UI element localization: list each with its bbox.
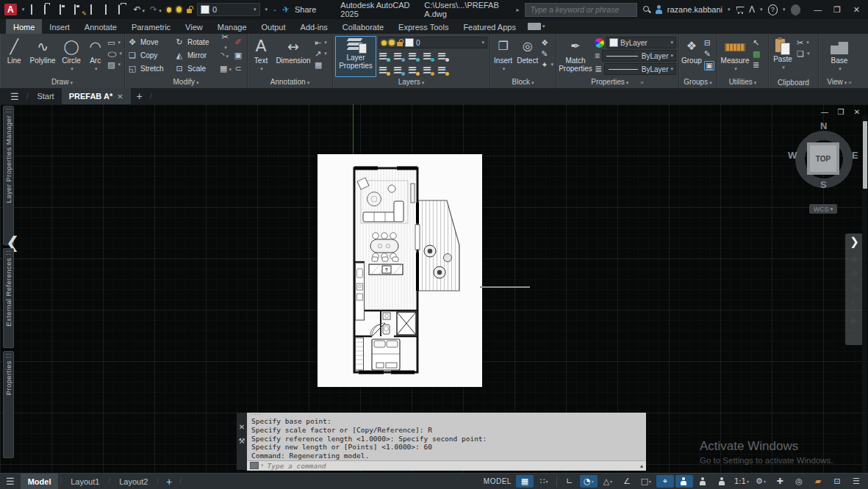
viewcube-west[interactable]: W — [788, 150, 797, 161]
layer-unisolate-button[interactable] — [393, 67, 403, 74]
help-menu-arrow-icon[interactable]: ▾ — [783, 7, 786, 12]
command-history[interactable]: Specify base point: Specify scale factor… — [247, 413, 646, 460]
layout-tab-layout1[interactable]: Layout1 — [63, 474, 107, 489]
scale-button[interactable]: Scale — [187, 65, 217, 73]
navigation-wheel-icon[interactable]: ◉ — [850, 254, 858, 263]
search-icon[interactable] — [642, 5, 650, 14]
snap-toggle[interactable]: ∷▾ — [535, 475, 553, 488]
drawing-canvas[interactable]: — ❐ ✕ N W E S TOP WCS ▾ Layer Properties… — [0, 104, 868, 473]
list-button[interactable]: ≣ — [753, 61, 760, 69]
arc-button[interactable]: ◠ Arc — [85, 36, 105, 77]
block-panel-label[interactable]: Block — [490, 77, 556, 88]
ribbon-display-options-button[interactable]: ▾ — [528, 19, 545, 34]
undo-button[interactable]: ↶ — [134, 4, 146, 15]
vertical-scrollbar[interactable] — [862, 116, 867, 473]
drawing-paper[interactable] — [318, 154, 482, 387]
ribbon-tab-manage[interactable]: Manage — [210, 19, 254, 34]
orbit-icon[interactable]: ↻ — [850, 300, 858, 309]
zoom-icon[interactable]: ⊕ — [850, 285, 858, 294]
help-button[interactable]: ? — [768, 4, 778, 15]
object-snap-tracking-toggle[interactable]: ∠ — [618, 475, 636, 488]
new-layout-button[interactable]: + — [160, 474, 178, 489]
lineweight-dropdown[interactable]: ByLayer ▾ — [602, 50, 676, 62]
hatch-button[interactable]: ▨ — [107, 61, 122, 69]
plot-button[interactable] — [118, 5, 128, 15]
layer-isolate-button[interactable] — [393, 53, 403, 60]
erase-button[interactable]: ✐ — [233, 37, 243, 47]
pan-icon[interactable]: ✥ — [850, 269, 858, 278]
ortho-toggle[interactable]: ∟ — [561, 475, 578, 488]
move-button[interactable]: Move — [140, 38, 171, 46]
layer-thaw-button[interactable] — [408, 67, 418, 74]
create-block-button[interactable]: ❖ — [541, 39, 553, 47]
wcs-dropdown[interactable]: WCS ▾ — [809, 204, 837, 214]
group-selection-toggle[interactable]: ▣ — [704, 61, 714, 70]
stretch-button[interactable]: Stretch — [140, 65, 171, 73]
command-options-icon[interactable] — [250, 462, 259, 469]
edit-block-button[interactable]: ✎ — [541, 50, 553, 58]
dynamic-input-toggle[interactable]: ⌖ — [656, 475, 674, 488]
new-drawing-tab-button[interactable]: + — [131, 88, 148, 104]
viewcube[interactable]: N W E S TOP — [789, 123, 859, 194]
window-restore-button[interactable]: ❐ — [830, 5, 844, 15]
qat-overflow-icon[interactable]: ⌄ — [273, 7, 277, 12]
open-from-mobile-button[interactable] — [89, 5, 98, 15]
clipboard-panel-label[interactable]: Clipboard — [769, 77, 818, 88]
isometric-drafting-toggle[interactable]: △▾ — [599, 475, 617, 488]
leader-button[interactable]: ↗ — [315, 50, 327, 58]
groups-panel-label[interactable]: Groups — [679, 77, 717, 88]
navigation-bar[interactable]: ❯ ◉ ✥ ⊕ ↻ ▶ — [845, 233, 864, 345]
layer-thaw-sun-icon[interactable] — [176, 7, 182, 12]
dimension-button[interactable]: ↔ Dimension — [274, 36, 312, 77]
viewcube-north[interactable]: N — [820, 120, 827, 131]
annotation-monitor-toggle[interactable]: ✚ — [771, 475, 789, 488]
share-plane-icon[interactable]: ✈ — [281, 4, 291, 15]
layers-panel-label[interactable]: Layers — [333, 77, 489, 88]
layer-lock-button[interactable] — [423, 53, 433, 60]
group-button[interactable]: ❖ Group — [681, 36, 702, 77]
insert-block-button[interactable]: ❐ Insert — [492, 36, 514, 77]
drawn-reference-line[interactable] — [480, 286, 530, 288]
base-button[interactable]: Base — [825, 36, 854, 77]
showmotion-icon[interactable]: ▶ — [851, 316, 858, 325]
search-box[interactable] — [525, 3, 637, 17]
text-button[interactable]: A Text — [250, 36, 272, 77]
save-to-mobile-button[interactable] — [104, 5, 113, 15]
layer-properties-button[interactable]: Layer Properties — [335, 36, 376, 77]
command-close-icon[interactable]: ✕ — [239, 423, 245, 431]
layer-unlock-icon[interactable] — [187, 9, 192, 13]
layer-dropdown-arrow-icon[interactable]: ▾ — [481, 40, 484, 46]
fillet-button[interactable]: ◝ — [220, 51, 230, 60]
viewcube-south[interactable]: S — [820, 179, 827, 190]
palette-grip-3[interactable] — [6, 354, 11, 358]
layer-dropdown[interactable]: 0 ▾ — [379, 37, 487, 48]
properties-panel-label[interactable]: Properties» — [556, 77, 678, 88]
ribbon-tab-parametric[interactable]: Parametric — [124, 19, 178, 34]
isolate-objects-button[interactable]: ◎ — [790, 475, 808, 488]
layer-off-button[interactable] — [379, 53, 389, 60]
command-line-window[interactable]: ✕ ⚒ Specify base point: Specify scale fa… — [237, 413, 646, 470]
detect-button[interactable]: ◎ Detect — [516, 36, 539, 77]
copy-button[interactable]: Copy — [140, 51, 171, 59]
annotation-visibility-toggle[interactable] — [675, 475, 693, 488]
quick-select-button[interactable]: ↖ — [753, 39, 760, 47]
tab-close-icon[interactable]: ✕ — [117, 93, 123, 101]
autodesk-mark-icon[interactable]: Λ — [749, 4, 755, 15]
mirror-button[interactable]: Mirror — [187, 51, 217, 59]
drawing-restore-button[interactable]: ❐ — [836, 108, 846, 116]
properties-expander-icon[interactable]: » — [640, 78, 643, 88]
cut-button[interactable]: ✂ — [797, 39, 809, 47]
notification-icon[interactable] — [791, 4, 800, 15]
customization-button[interactable]: ☰ — [847, 475, 865, 488]
navbar-expand-icon[interactable]: ❯ — [850, 236, 859, 247]
layer-on-bulb-icon[interactable] — [167, 7, 171, 12]
user-name[interactable]: razane.kabbani — [667, 5, 722, 14]
save-button[interactable] — [60, 5, 69, 15]
command-input-row[interactable]: ▾ ▴ — [247, 460, 646, 471]
command-input[interactable] — [266, 461, 638, 471]
window-minimize-button[interactable]: — — [811, 5, 825, 14]
model-space-label[interactable]: MODEL — [484, 477, 512, 485]
quick-calculator-button[interactable]: ▩ — [753, 50, 760, 58]
path-expand-arrow-icon[interactable]: ▸ — [517, 7, 520, 13]
ribbon-tab-featured-apps[interactable]: Featured Apps — [456, 19, 523, 34]
